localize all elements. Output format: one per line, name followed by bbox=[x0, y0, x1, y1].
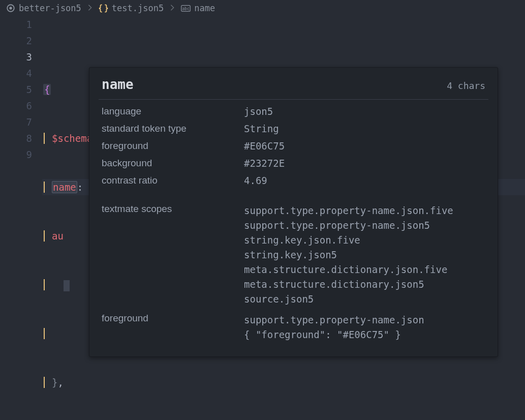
breadcrumb-item-symbol[interactable]: abc name bbox=[181, 3, 215, 13]
hover-row-foreground: foreground #E06C75 bbox=[102, 137, 485, 155]
token-inspector-panel: name 4 chars language json5 standard tok… bbox=[89, 67, 498, 357]
hover-row-contrast: contrast ratio 4.69 bbox=[102, 172, 485, 189]
line-number: 7 bbox=[0, 114, 32, 130]
svg-text:abc: abc bbox=[182, 6, 190, 11]
hover-row-fgrule: foreground support.type.property-name.js… bbox=[102, 310, 485, 345]
line-number: 2 bbox=[0, 33, 32, 49]
line-number: 5 bbox=[0, 81, 32, 98]
breadcrumb-root-label: better-json5 bbox=[19, 3, 81, 13]
breadcrumb-file-label: test.json5 bbox=[112, 3, 164, 13]
chevron-right-icon bbox=[169, 3, 176, 13]
hover-row-background: background #23272E bbox=[102, 155, 485, 172]
line-number: 9 bbox=[0, 146, 32, 163]
breadcrumb-item-file[interactable]: test.json5 bbox=[99, 3, 164, 13]
hover-row-language: language json5 bbox=[102, 103, 485, 120]
chevron-right-icon bbox=[86, 3, 94, 13]
braces-icon bbox=[99, 4, 108, 13]
selected-token: name bbox=[52, 181, 77, 193]
breadcrumb-symbol-label: name bbox=[194, 3, 215, 13]
svg-point-1 bbox=[9, 7, 12, 9]
line-number: 6 bbox=[0, 98, 32, 114]
cursor-icon bbox=[64, 280, 70, 291]
line-number: 1 bbox=[0, 16, 32, 33]
line-number-current: 3 bbox=[0, 49, 32, 65]
code-line[interactable]: }, bbox=[43, 374, 525, 391]
line-gutter: 1 2 3 4 5 6 7 8 9 bbox=[0, 16, 43, 420]
hover-token-title: name bbox=[102, 77, 134, 92]
hover-row-tmscopes: textmate scopes support.type.property-na… bbox=[102, 200, 485, 310]
line-number: 4 bbox=[0, 65, 32, 81]
symbol-string-icon: abc bbox=[181, 5, 191, 12]
line-number: 8 bbox=[0, 130, 32, 146]
breadcrumb-item-root[interactable]: better-json5 bbox=[6, 3, 81, 13]
hover-char-count: 4 chars bbox=[447, 80, 485, 91]
breadcrumb: better-json5 test.json5 abc name bbox=[0, 0, 525, 16]
circle-dot-icon bbox=[6, 4, 15, 13]
hover-row-stdtoken: standard token type String bbox=[102, 120, 485, 137]
